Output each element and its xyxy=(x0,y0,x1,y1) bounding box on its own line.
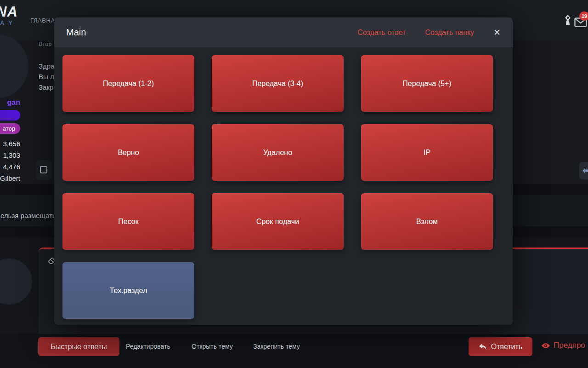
close-icon[interactable]: ✕ xyxy=(493,28,501,37)
quick-reply-tile[interactable]: Передача (1-2) xyxy=(62,55,194,112)
modal-body: Передача (1-2) Передача (3-4) Передача (… xyxy=(54,47,513,325)
select-post-checkbox[interactable] xyxy=(40,166,47,173)
site-logo[interactable]: NA AY xyxy=(0,5,18,26)
user-stats: 3,656 1,303 4,476 xyxy=(0,138,20,172)
stat-value: 4,476 xyxy=(0,161,20,172)
quick-reply-tile[interactable]: Удалено xyxy=(212,124,344,181)
thread-toolbar: Быстрые ответы Редактировать Открыть тем… xyxy=(0,334,588,368)
avatar[interactable] xyxy=(0,34,28,98)
create-reply-button[interactable]: Создать ответ xyxy=(357,29,406,37)
modal-title: Main xyxy=(66,27,86,38)
create-folder-button[interactable]: Создать папку xyxy=(425,29,474,37)
post-date[interactable]: Втор xyxy=(39,40,52,47)
rank-banner xyxy=(0,110,20,121)
role-badge: атор xyxy=(0,123,20,134)
quote-arrow-button[interactable] xyxy=(579,162,588,179)
post-select-panel xyxy=(36,160,52,180)
quick-reply-tile[interactable]: Передача (3-4) xyxy=(212,55,344,112)
quick-replies-button[interactable]: Быстрые ответы xyxy=(38,337,119,356)
quick-reply-tile[interactable]: Передача (5+) xyxy=(361,55,493,112)
reply-button-label: Ответить xyxy=(491,343,522,351)
notice-text: ельзя размещать xyxy=(0,212,56,219)
preview-button[interactable]: Предпро xyxy=(541,341,585,350)
modal-header: Main Создать ответ Создать папку ✕ xyxy=(54,17,513,47)
stat-value: 1,303 xyxy=(0,150,20,161)
username-link[interactable]: gan xyxy=(0,98,20,107)
quick-reply-tile[interactable]: IP xyxy=(361,124,493,181)
eye-icon xyxy=(541,342,550,349)
pin-topic-link[interactable]: Закрепить тему xyxy=(253,343,300,350)
arrow-left-icon xyxy=(582,167,588,174)
notification-badge: 19 xyxy=(579,12,588,21)
modal-actions: Создать ответ Создать папку xyxy=(357,29,474,37)
quick-replies-modal: Main Создать ответ Создать папку ✕ Перед… xyxy=(54,17,513,325)
quick-reply-tile[interactable]: Верно xyxy=(62,124,194,181)
post-body: Здра Вы л Закр xyxy=(39,61,55,92)
user-figure-icon[interactable] xyxy=(564,14,572,29)
edit-link[interactable]: Редактировать xyxy=(126,343,170,350)
user-location: Gilbert xyxy=(0,172,20,184)
post-line: Вы л xyxy=(39,71,55,82)
quick-reply-tile[interactable]: Срок подачи xyxy=(212,193,344,250)
post-line: Здра xyxy=(39,61,55,71)
post-line: Закр xyxy=(39,82,55,92)
site-logo-subtext: AY xyxy=(0,20,18,26)
quick-reply-grid: Передача (1-2) Передача (3-4) Передача (… xyxy=(62,55,504,319)
reply-arrow-icon xyxy=(479,343,487,351)
site-logo-text: NA xyxy=(0,5,18,19)
reply-button[interactable]: Ответить xyxy=(469,337,532,356)
stat-value: 3,656 xyxy=(0,138,20,150)
preview-button-label: Предпро xyxy=(554,341,585,350)
user-info-panel: gan атор 3,656 1,303 4,476 Gilbert xyxy=(0,98,20,184)
avatar xyxy=(0,259,32,305)
inbox-button[interactable]: 19 xyxy=(574,17,587,29)
quick-reply-tile[interactable]: Песок xyxy=(62,193,194,250)
quick-reply-tile[interactable]: Взлом xyxy=(361,193,493,250)
open-topic-link[interactable]: Открыть тему xyxy=(192,343,233,350)
quick-reply-tile[interactable]: Тех.раздел xyxy=(62,262,194,319)
